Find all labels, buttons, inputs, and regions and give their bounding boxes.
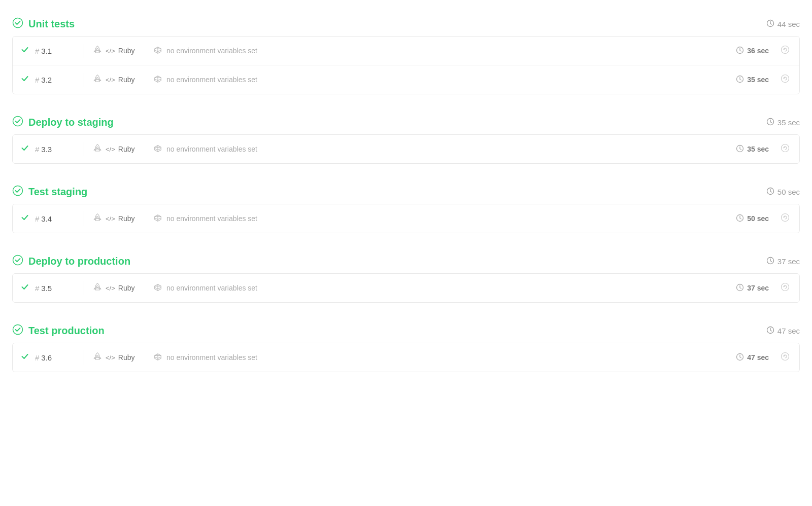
jobs-container: # 3.5 </> Ruby no environment variables … <box>12 273 800 303</box>
job-id: 3.4 <box>41 214 52 223</box>
duration-value: 36 sec <box>747 47 769 55</box>
section-title-deploy-to-production: Deploy to production <box>12 255 130 268</box>
svg-point-18 <box>13 256 23 265</box>
check-circle-icon <box>12 116 23 129</box>
job-language: </> Ruby <box>92 143 153 155</box>
job-environment: no environment variables set <box>153 46 723 56</box>
table-row[interactable]: # 3.2 </> Ruby no environment variables … <box>13 65 799 94</box>
job-environment: no environment variables set <box>153 352 723 363</box>
svg-point-13 <box>13 186 23 196</box>
box-icon <box>153 75 162 85</box>
jobs-container: # 3.4 </> Ruby no environment variables … <box>12 204 800 233</box>
duration-value: 47 sec <box>747 353 769 362</box>
section-time: 44 sec <box>766 19 800 29</box>
clock-icon <box>736 353 744 363</box>
env-text: no environment variables set <box>166 145 257 153</box>
job-duration: 37 sec <box>723 283 769 293</box>
section-duration: 35 sec <box>777 118 800 127</box>
svg-point-23 <box>13 325 23 335</box>
clock-icon <box>766 118 774 127</box>
job-number: # 3.5 <box>35 284 76 293</box>
language-name: Ruby <box>118 47 135 55</box>
table-row[interactable]: # 3.3 </> Ruby no environment variables … <box>13 135 799 163</box>
retry-button[interactable] <box>779 352 791 363</box>
code-brackets: </> <box>106 76 115 84</box>
section-test-staging: Test staging 50 sec # 3.4 </> Ruby <box>12 178 800 233</box>
svg-point-22 <box>782 283 789 291</box>
language-name: Ruby <box>118 76 135 84</box>
hash-symbol: # <box>35 214 39 223</box>
table-row[interactable]: # 3.4 </> Ruby no environment variables … <box>13 204 799 233</box>
rocket-icon <box>92 213 103 225</box>
section-time: 47 sec <box>766 326 800 336</box>
table-row[interactable]: # 3.6 </> Ruby no environment variables … <box>13 343 799 372</box>
svg-point-7 <box>782 75 789 83</box>
job-check-icon <box>21 144 35 154</box>
svg-point-20 <box>96 285 98 287</box>
job-number: # 3.1 <box>35 47 76 55</box>
separator <box>84 142 84 156</box>
job-number: # 3.4 <box>35 214 76 223</box>
section-title-text: Deploy to production <box>28 256 130 267</box>
section-header-unit-tests: Unit tests 44 sec <box>12 10 800 36</box>
table-row[interactable]: # 3.1 </> Ruby no environment variables … <box>13 37 799 65</box>
code-brackets: </> <box>106 354 115 362</box>
code-brackets: </> <box>106 146 115 153</box>
retry-button[interactable] <box>779 45 791 56</box>
section-title-unit-tests: Unit tests <box>12 17 75 31</box>
duration-value: 35 sec <box>747 145 769 153</box>
rocket-icon <box>92 282 103 294</box>
clock-icon <box>736 46 744 56</box>
language-name: Ruby <box>118 353 135 362</box>
hash-symbol: # <box>35 145 39 154</box>
section-header-test-staging: Test staging 50 sec <box>12 178 800 204</box>
job-id: 3.5 <box>41 284 52 293</box>
hash-symbol: # <box>35 47 39 55</box>
code-brackets: </> <box>106 215 115 223</box>
svg-point-5 <box>96 77 98 79</box>
job-check-icon <box>21 352 35 363</box>
separator <box>84 211 84 226</box>
section-duration: 37 sec <box>777 257 800 266</box>
job-number: # 3.6 <box>35 353 76 362</box>
section-test-production: Test production 47 sec # 3.6 </> Ruby <box>12 317 800 372</box>
clock-icon <box>736 75 744 85</box>
section-unit-tests: Unit tests 44 sec # 3.1 </> Ruby <box>12 10 800 94</box>
svg-point-15 <box>96 216 98 218</box>
section-deploy-to-production: Deploy to production 37 sec # 3.5 </> Ru… <box>12 247 800 303</box>
svg-point-0 <box>13 18 23 28</box>
job-check-icon <box>21 213 35 224</box>
jobs-container: # 3.1 </> Ruby no environment variables … <box>12 36 800 94</box>
language-name: Ruby <box>118 214 135 223</box>
svg-point-2 <box>96 48 98 50</box>
section-title-text: Test production <box>28 325 105 337</box>
section-title-test-staging: Test staging <box>12 185 87 199</box>
rocket-icon <box>92 74 103 86</box>
box-icon <box>153 352 162 363</box>
job-id: 3.3 <box>41 145 52 154</box>
hash-symbol: # <box>35 284 39 293</box>
separator <box>84 350 84 365</box>
table-row[interactable]: # 3.5 </> Ruby no environment variables … <box>13 274 799 302</box>
retry-button[interactable] <box>779 213 791 224</box>
clock-icon <box>766 326 774 336</box>
section-header-deploy-to-staging: Deploy to staging 35 sec <box>12 109 800 134</box>
section-header-test-production: Test production 47 sec <box>12 317 800 343</box>
job-language: </> Ruby <box>92 352 153 364</box>
job-number: # 3.2 <box>35 76 76 84</box>
env-text: no environment variables set <box>166 353 257 362</box>
section-title-text: Test staging <box>28 186 87 198</box>
svg-point-10 <box>96 147 98 148</box>
retry-button[interactable] <box>779 143 791 155</box>
svg-point-17 <box>782 214 789 222</box>
separator <box>84 44 84 58</box>
job-duration: 50 sec <box>723 214 769 224</box>
box-icon <box>153 46 162 56</box>
retry-button[interactable] <box>779 282 791 294</box>
box-icon <box>153 283 162 294</box>
job-environment: no environment variables set <box>153 213 723 224</box>
retry-button[interactable] <box>779 74 791 85</box>
job-environment: no environment variables set <box>153 144 723 155</box>
job-language: </> Ruby <box>92 213 153 225</box>
job-check-icon <box>21 46 35 56</box>
